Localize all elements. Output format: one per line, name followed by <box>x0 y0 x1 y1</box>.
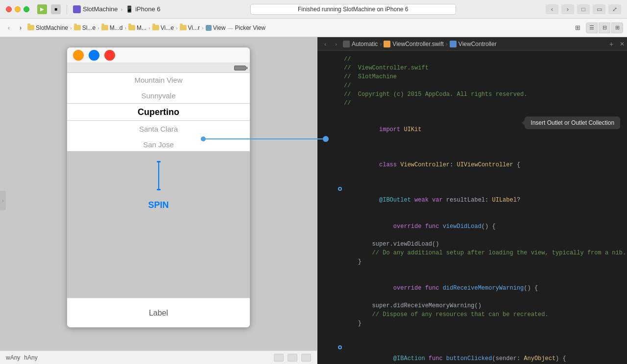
picker-view[interactable]: Mountain View Sunnyvale Cupertino Santa … <box>67 73 250 151</box>
code-text: // Do any additional setup after loading… <box>344 249 626 257</box>
breadcrumb-vir[interactable]: Vi...r <box>180 24 200 31</box>
code-line-memory: override func didReceiveMemoryWarning() … <box>317 275 627 301</box>
layout-button[interactable]: ⊞ <box>572 23 583 33</box>
code-text: super.didReceiveMemoryWarning() <box>344 301 626 310</box>
code-text: // ViewController.swift <box>344 64 626 72</box>
assistant-toolbar: ‹ › Automatic › ViewController.swift › V… <box>317 37 627 51</box>
view-toggle-button[interactable]: □ <box>577 4 590 14</box>
stop-button[interactable]: ■ <box>51 4 61 14</box>
outlet-connector-dot[interactable] <box>338 187 342 191</box>
code-line-blank6 <box>317 337 627 345</box>
project-info: SlotMachine › 📱 iPhone 6 <box>73 5 161 13</box>
asst-sep: › <box>380 41 382 47</box>
asst-breadcrumb: Automatic › ViewController.swift › ViewC… <box>343 41 497 47</box>
cursor-handle-top <box>157 161 161 162</box>
split-view-button[interactable]: ▭ <box>593 4 605 14</box>
code-text: override func didReceiveMemoryWarning() … <box>344 275 626 301</box>
close-button[interactable] <box>6 6 12 12</box>
asst-add-button[interactable]: + <box>607 40 615 48</box>
maximize-button[interactable] <box>24 6 29 12</box>
ib-statusbar-right <box>274 354 311 362</box>
ib-icon-red[interactable] <box>104 50 115 61</box>
size-h-label: hAny <box>24 354 37 361</box>
project-name: SlotMachine <box>83 5 118 13</box>
line-connector[interactable] <box>336 187 344 191</box>
status-input <box>250 4 456 15</box>
spin-button[interactable]: SPIN <box>148 200 169 210</box>
ib-statusbar-icon-1[interactable] <box>274 354 284 362</box>
code-text: // <box>344 81 626 90</box>
size-w-indicator: wAny <box>6 354 20 361</box>
line-connector[interactable] <box>336 345 344 349</box>
breadcrumb-label: Picker View <box>235 24 265 31</box>
traffic-lights <box>6 6 29 12</box>
breadcrumb-picker[interactable]: Picker View <box>235 24 265 31</box>
ib-statusbar: wAny hAny <box>0 350 317 364</box>
toolbar-forward-button[interactable]: › <box>16 23 25 33</box>
fullscreen-button[interactable]: ⤢ <box>608 4 621 14</box>
asst-back-button[interactable]: ‹ <box>321 40 329 48</box>
ib-statusbar-icon-3[interactable] <box>301 354 311 362</box>
breadcrumb-label: Sl...e <box>82 24 96 31</box>
code-line-blank4 <box>317 266 627 275</box>
nav-right-button[interactable]: › <box>561 4 574 14</box>
play-button[interactable]: ▶ <box>37 4 47 14</box>
asst-class-icon <box>450 41 457 47</box>
breadcrumb-md[interactable]: M...d <box>101 24 123 31</box>
breadcrumb-slotmachine[interactable]: SlotMachine <box>27 24 68 31</box>
ib-top-toolbar <box>67 47 250 63</box>
code-text: // <box>344 55 626 64</box>
version-editor-button[interactable]: ⊞ <box>611 23 623 33</box>
device-name: iPhone 6 <box>135 5 160 13</box>
ib-icon-blue[interactable] <box>89 50 99 61</box>
breadcrumb-view[interactable]: View <box>206 24 226 31</box>
ib-icon-orange[interactable] <box>73 50 84 61</box>
cursor-line <box>158 161 159 190</box>
standard-editor-button[interactable]: ☰ <box>586 23 598 33</box>
code-text: // <box>344 99 626 108</box>
picker-item-mountain-view[interactable]: Mountain View <box>67 73 250 88</box>
status-bar <box>165 4 542 15</box>
chevron-icon: › <box>121 6 123 12</box>
code-line-superview: super.viewDidLoad() <box>317 240 627 249</box>
code-line-blank3 <box>317 178 627 187</box>
toolbar-back-button[interactable]: ‹ <box>4 23 14 33</box>
picker-item-santa-clara[interactable]: Santa Clara <box>67 121 250 136</box>
breadcrumb-label: View <box>213 24 226 31</box>
breadcrumb-label: Vi...e <box>161 24 174 31</box>
breadcrumb-sep: › <box>124 25 126 31</box>
code-text: class ViewController: UIViewController { <box>344 152 626 178</box>
label-area: Label <box>67 298 250 327</box>
breadcrumb-m[interactable]: M... <box>128 24 146 31</box>
breadcrumb-label: SlotMachine <box>36 24 68 31</box>
minimize-button[interactable] <box>15 6 21 12</box>
asst-close-button[interactable]: ✕ <box>618 40 626 48</box>
code-line-1: // <box>317 55 627 64</box>
picker-item-cupertino[interactable]: Cupertino <box>67 103 250 121</box>
code-text <box>344 143 626 152</box>
picker-item-sunnyvale[interactable]: Sunnyvale <box>67 88 250 103</box>
code-text: super.viewDidLoad() <box>344 240 626 249</box>
code-editor[interactable]: // // ViewController.swift // SlotMachin… <box>317 51 627 364</box>
breadcrumb-label: Vi...r <box>188 24 200 31</box>
folder-icon <box>152 25 159 30</box>
title-separator <box>67 4 67 14</box>
asst-sep2: › <box>446 41 448 47</box>
asst-mode-label: Automatic <box>352 41 378 47</box>
code-line-close2: } <box>317 319 627 328</box>
left-edge-indicator[interactable]: › <box>0 191 6 210</box>
code-text: // Dispose of any resources that can be … <box>344 310 626 319</box>
breadcrumb-label: M... <box>137 24 146 31</box>
iphone-status-bar <box>67 63 250 73</box>
ib-statusbar-icon-2[interactable] <box>288 354 297 362</box>
breadcrumb-vie[interactable]: Vi...e <box>152 24 174 31</box>
assistant-editor-button[interactable]: ⊟ <box>599 23 610 33</box>
code-text: // Copyright (c) 2015 AppCoda. All right… <box>344 90 626 99</box>
breadcrumb-sle[interactable]: Sl...e <box>74 24 96 31</box>
nav-left-button[interactable]: ‹ <box>546 4 558 14</box>
breadcrumb-sep: › <box>176 25 178 31</box>
code-text <box>344 328 626 337</box>
asst-forward-button[interactable]: › <box>332 40 340 48</box>
action-connector-dot[interactable] <box>338 345 342 349</box>
breadcrumb-sep: › <box>70 25 72 31</box>
